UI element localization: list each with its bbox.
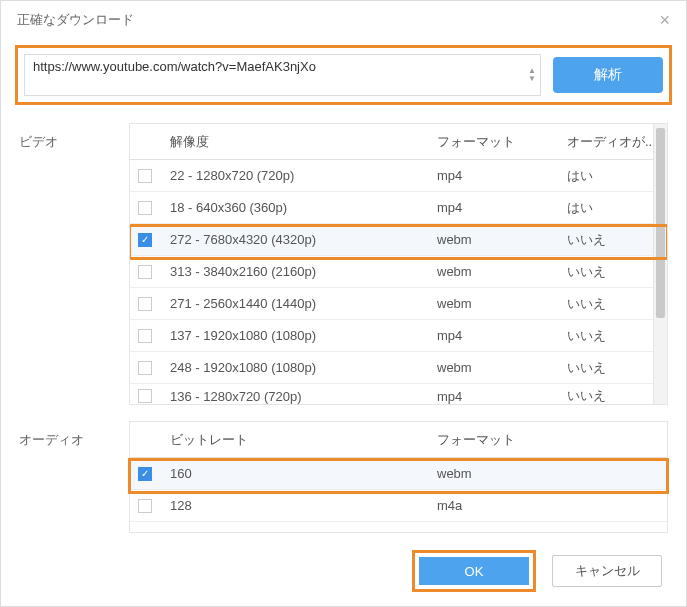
checkbox[interactable]: ✓ [138, 467, 152, 481]
video-table: 解像度 フォーマット オーディオが... 22 - 1280x720 (720p… [129, 123, 668, 405]
col-header-audio: オーディオが... [567, 133, 667, 151]
col-header-bitrate: ビットレート [170, 431, 437, 449]
cell-resolution: 22 - 1280x720 (720p) [170, 168, 437, 183]
cell-format: mp4 [437, 389, 567, 404]
table-row[interactable]: 22 - 1280x720 (720p)mp4はい [130, 160, 667, 192]
cell-aformat: m4a [437, 498, 667, 513]
url-section: https://www.youtube.com/watch?v=MaefAK3n… [15, 45, 672, 105]
cell-resolution: 271 - 2560x1440 (1440p) [170, 296, 437, 311]
table-row[interactable]: 18 - 640x360 (360p)mp4はい [130, 192, 667, 224]
url-input[interactable]: https://www.youtube.com/watch?v=MaefAK3n… [24, 54, 541, 96]
cell-format: webm [437, 264, 567, 279]
table-row[interactable] [130, 522, 667, 532]
audio-section-label: オーディオ [19, 421, 129, 533]
table-row[interactable]: ✓272 - 7680x4320 (4320p)webmいいえ [130, 224, 667, 256]
table-row[interactable]: 136 - 1280x720 (720p)mp4いいえ [130, 384, 667, 405]
checkbox[interactable] [138, 329, 152, 343]
checkbox[interactable] [138, 499, 152, 513]
checkbox[interactable] [138, 265, 152, 279]
checkbox[interactable] [138, 169, 152, 183]
video-section-label: ビデオ [19, 123, 129, 405]
cell-aformat: webm [437, 466, 667, 481]
cell-format: mp4 [437, 168, 567, 183]
cell-audio: いいえ [567, 263, 667, 281]
table-row[interactable]: 137 - 1920x1080 (1080p)mp4いいえ [130, 320, 667, 352]
col-header-resolution: 解像度 [170, 133, 437, 151]
table-row[interactable]: ✓160webm [130, 458, 667, 490]
cell-bitrate: 160 [170, 466, 437, 481]
table-row[interactable]: 271 - 2560x1440 (1440p)webmいいえ [130, 288, 667, 320]
window-title: 正確なダウンロード [17, 11, 134, 29]
table-row[interactable]: 248 - 1920x1080 (1080p)webmいいえ [130, 352, 667, 384]
ok-highlight: OK [412, 550, 536, 592]
cell-format: webm [437, 296, 567, 311]
cell-resolution: 272 - 7680x4320 (4320p) [170, 232, 437, 247]
ok-button[interactable]: OK [419, 557, 529, 585]
cell-audio: はい [567, 199, 667, 217]
cell-resolution: 248 - 1920x1080 (1080p) [170, 360, 437, 375]
checkbox[interactable] [138, 389, 152, 403]
cell-format: webm [437, 232, 567, 247]
cell-audio: いいえ [567, 327, 667, 345]
audio-table: ビットレート フォーマット ✓160webm128m4a [129, 421, 668, 533]
analyze-button[interactable]: 解析 [553, 57, 663, 93]
cancel-button[interactable]: キャンセル [552, 555, 662, 587]
video-scrollbar[interactable] [653, 124, 667, 404]
cell-audio: いいえ [567, 387, 667, 405]
cell-resolution: 18 - 640x360 (360p) [170, 200, 437, 215]
cell-bitrate: 128 [170, 498, 437, 513]
cell-audio: いいえ [567, 295, 667, 313]
table-row[interactable]: 313 - 3840x2160 (2160p)webmいいえ [130, 256, 667, 288]
checkbox[interactable] [138, 201, 152, 215]
cell-format: mp4 [437, 200, 567, 215]
cell-resolution: 136 - 1280x720 (720p) [170, 389, 437, 404]
spinner-icon[interactable]: ▲▼ [528, 67, 536, 83]
col-header-aformat: フォーマット [437, 431, 667, 449]
cell-audio: はい [567, 167, 667, 185]
close-icon[interactable]: × [659, 11, 670, 29]
cell-format: webm [437, 360, 567, 375]
table-row[interactable]: 128m4a [130, 490, 667, 522]
scroll-thumb[interactable] [656, 128, 665, 318]
col-header-format: フォーマット [437, 133, 567, 151]
cell-resolution: 313 - 3840x2160 (2160p) [170, 264, 437, 279]
cell-audio: いいえ [567, 231, 667, 249]
url-text: https://www.youtube.com/watch?v=MaefAK3n… [33, 59, 316, 74]
checkbox[interactable] [138, 361, 152, 375]
cell-format: mp4 [437, 328, 567, 343]
checkbox[interactable]: ✓ [138, 233, 152, 247]
cell-audio: いいえ [567, 359, 667, 377]
checkbox[interactable] [138, 297, 152, 311]
cell-resolution: 137 - 1920x1080 (1080p) [170, 328, 437, 343]
